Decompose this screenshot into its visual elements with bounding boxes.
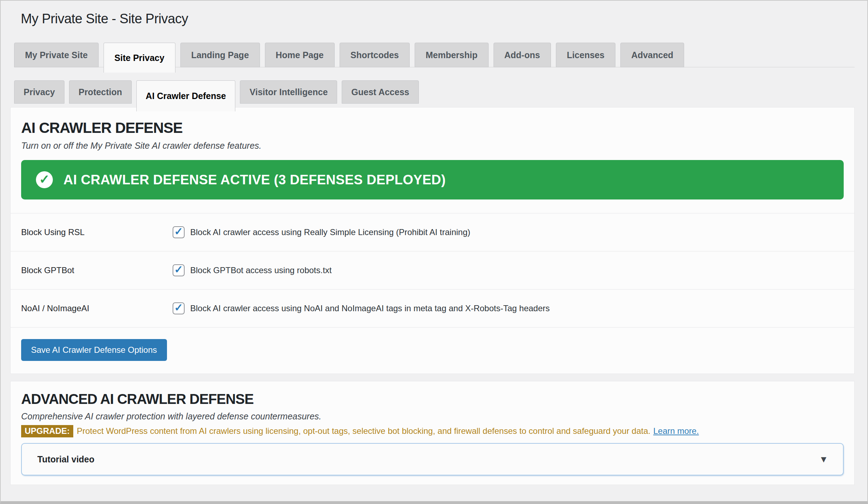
tab-landing-page[interactable]: Landing Page (180, 43, 260, 67)
option-label-block-gptbot: Block GPTBot (21, 265, 173, 275)
upgrade-text: Protect WordPress content from AI crawle… (77, 426, 650, 436)
checkmark-icon: ✓ (174, 264, 183, 275)
tutorial-video-label: Tutorial video (37, 454, 94, 465)
table-row-block-gptbot: Block GPTBot ✓ Block GPTBot access using… (11, 252, 854, 290)
subtab-ai-crawler-defense[interactable]: AI Crawler Defense (136, 80, 236, 111)
subtab-guest-access[interactable]: Guest Access (342, 80, 418, 104)
tab-membership[interactable]: Membership (415, 43, 488, 67)
noai-checkbox[interactable]: ✓ (173, 302, 185, 314)
defense-options-list: Block Using RSL ✓ Block AI crawler acces… (11, 213, 854, 328)
check-circle-icon: ✓ (36, 171, 53, 188)
option-label-block-rsl: Block Using RSL (21, 227, 173, 237)
sub-tab-bar: Privacy Protection AI Crawler Defense Vi… (14, 80, 855, 104)
checkmark-icon: ✓ (174, 226, 183, 237)
upgrade-notice: UPGRADE:Protect WordPress content from A… (21, 425, 844, 437)
table-row-block-rsl: Block Using RSL ✓ Block AI crawler acces… (11, 214, 854, 252)
table-row-noai: NoAI / NoImageAI ✓ Block AI crawler acce… (11, 290, 854, 328)
ai-crawler-defense-panel: AI CRAWLER DEFENSE Turn on or off the My… (10, 107, 855, 374)
option-text-block-rsl: Block AI crawler access using Really Sim… (190, 227, 470, 237)
tab-advanced[interactable]: Advanced (620, 43, 684, 67)
advanced-section-description: Comprehensive AI crawler protection with… (21, 411, 844, 422)
page-title: My Private Site - Site Privacy (21, 11, 867, 26)
learn-more-link[interactable]: Learn more. (653, 426, 699, 436)
block-gptbot-checkbox[interactable]: ✓ (173, 264, 185, 276)
option-text-block-gptbot: Block GPTBot access using robots.txt (190, 265, 332, 275)
tab-licenses[interactable]: Licenses (556, 43, 615, 67)
tab-home-page[interactable]: Home Page (265, 43, 335, 67)
subtab-protection[interactable]: Protection (69, 80, 132, 104)
defense-status-text: AI CRAWLER DEFENSE ACTIVE (3 DEFENSES DE… (63, 172, 446, 188)
subtab-visitor-intelligence[interactable]: Visitor Intelligence (240, 80, 337, 104)
tutorial-video-accordion[interactable]: Tutorial video ▼ (21, 443, 844, 475)
section-title-advanced-defense: ADVANCED AI CRAWLER DEFENSE (21, 391, 844, 407)
save-ai-crawler-defense-button[interactable]: Save AI Crawler Defense Options (21, 339, 167, 361)
section-description: Turn on or off the My Private Site AI cr… (21, 141, 844, 151)
upgrade-badge: UPGRADE: (21, 425, 73, 437)
tab-add-ons[interactable]: Add-ons (494, 43, 551, 67)
tab-shortcodes[interactable]: Shortcodes (340, 43, 410, 67)
advanced-ai-crawler-defense-panel: ADVANCED AI CRAWLER DEFENSE Comprehensiv… (10, 381, 855, 485)
main-tab-bar: My Private Site Site Privacy Landing Pag… (14, 43, 855, 67)
option-text-noai: Block AI crawler access using NoAI and N… (190, 303, 550, 313)
block-rsl-checkbox[interactable]: ✓ (173, 226, 185, 238)
subtab-privacy[interactable]: Privacy (14, 80, 64, 104)
checkmark-icon: ✓ (174, 302, 183, 313)
defense-status-banner: ✓ AI CRAWLER DEFENSE ACTIVE (3 DEFENSES … (21, 160, 844, 199)
option-label-noai: NoAI / NoImageAI (21, 303, 173, 313)
chevron-down-icon: ▼ (819, 454, 828, 465)
tab-my-private-site[interactable]: My Private Site (14, 43, 99, 67)
section-title-ai-crawler-defense: AI CRAWLER DEFENSE (21, 119, 844, 136)
tab-site-privacy[interactable]: Site Privacy (104, 43, 175, 73)
